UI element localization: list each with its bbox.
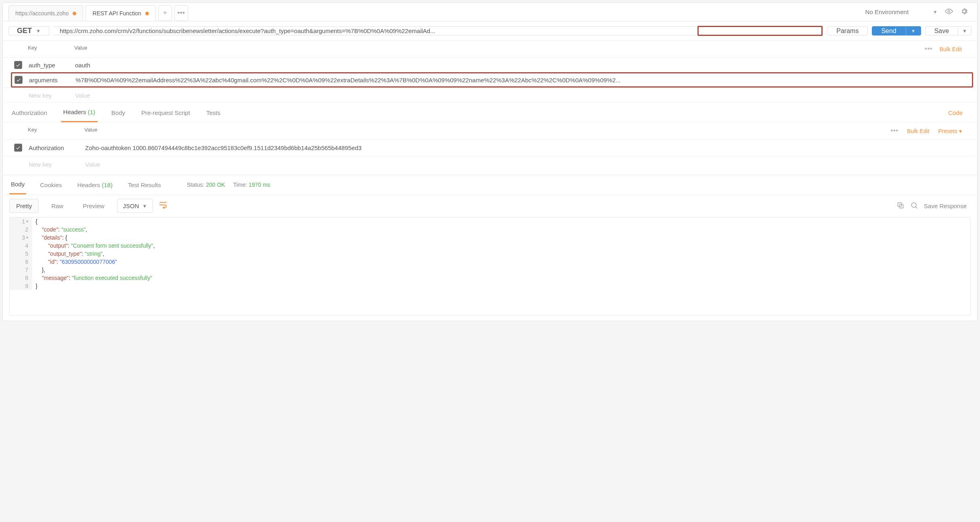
save-button[interactable]: Save [925, 26, 958, 35]
response-status: Status: 200 OK Time: 1970 ms [187, 182, 279, 188]
param-row-new[interactable]: New key Value [3, 88, 977, 102]
format-dropdown[interactable]: JSON ▼ [117, 199, 153, 213]
send-dropdown[interactable]: ▼ [906, 26, 921, 35]
checkbox[interactable] [14, 61, 22, 69]
url-input-wrap [53, 26, 823, 35]
header-key[interactable]: Authorization [29, 144, 85, 151]
code-line: 5 "output_type": "string", [10, 250, 970, 258]
code-line: 4 "output": "Consent form sent successfu… [10, 242, 970, 250]
top-bar: https://accounts.zoho REST API Function … [3, 3, 977, 21]
tab-resp-headers-label: Headers [77, 182, 100, 188]
chevron-down-icon: ▼ [911, 28, 916, 34]
tab-add-button[interactable]: + [158, 5, 172, 21]
chevron-down-icon: ▼ [933, 9, 938, 15]
presets-dropdown[interactable]: Presets ▾ [938, 128, 962, 134]
header-value-placeholder[interactable]: Value [85, 161, 962, 168]
col-value: Value [84, 127, 890, 135]
bulk-edit-link[interactable]: Bulk Edit [940, 46, 962, 52]
presets-label: Presets [938, 128, 957, 134]
code-text: "output_type": "string", [32, 250, 104, 258]
params-button[interactable]: Params [827, 26, 868, 35]
headers-header: Key Value ••• Bulk Edit Presets ▾ [3, 122, 977, 139]
header-value[interactable]: Zoho-oauthtoken 1000.8607494449c8bc1e392… [85, 144, 962, 151]
col-key: Key [28, 45, 74, 53]
svg-point-0 [948, 10, 950, 13]
wrap-icon[interactable] [159, 201, 168, 211]
chevron-down-icon: ▼ [962, 28, 967, 34]
line-number: 1 ▾ [10, 217, 32, 226]
tab-headers-label: Headers [63, 109, 86, 115]
code-text: }, [32, 266, 45, 274]
checkbox[interactable] [14, 144, 22, 152]
tab-tests[interactable]: Tests [204, 104, 223, 122]
code-text: "id": "63095000000077006" [32, 258, 117, 266]
code-line: 2 "code": "success", [10, 226, 970, 234]
header-key-placeholder[interactable]: New key [29, 161, 85, 168]
tab-accounts[interactable]: https://accounts.zoho [8, 5, 83, 21]
param-key[interactable]: arguments [29, 77, 75, 84]
tab-headers-count: (1) [88, 109, 95, 115]
view-raw[interactable]: Raw [44, 199, 70, 213]
code-text: "code": "success", [32, 226, 87, 234]
code-line: 6 "id": "63095000000077006" [10, 258, 970, 266]
bulk-edit-link[interactable]: Bulk Edit [907, 128, 929, 134]
save-response-link[interactable]: Save Response [924, 203, 971, 209]
more-icon[interactable]: ••• [890, 127, 898, 135]
param-key[interactable]: auth_type [29, 62, 75, 69]
svg-line-5 [915, 207, 917, 208]
code-text: "message": "function executed successful… [32, 274, 152, 282]
more-icon[interactable]: ••• [925, 45, 932, 53]
tab-rest-api[interactable]: REST API Function [86, 5, 155, 21]
environment-controls: No Environment ▼ [865, 7, 972, 19]
param-row[interactable]: auth_type oauth [3, 57, 977, 72]
url-bar: GET ▼ Params Send ▼ Save ▼ [3, 21, 977, 40]
tab-test-results[interactable]: Test Results [126, 176, 163, 194]
method-dropdown[interactable]: GET ▼ [8, 26, 49, 35]
code-link[interactable]: Code [948, 109, 971, 116]
param-row-highlighted[interactable]: arguments %7B%0D%0A%09%22emailAddress%22… [11, 72, 973, 88]
url-input[interactable] [53, 27, 823, 35]
view-pretty[interactable]: Pretty [9, 199, 39, 213]
chevron-down-icon: ▼ [142, 203, 147, 209]
eye-icon[interactable] [945, 7, 953, 17]
line-number: 3 ▾ [10, 234, 32, 242]
header-row[interactable]: Authorization Zoho-oauthtoken 1000.86074… [3, 139, 977, 156]
tab-headers[interactable]: Headers (1) [61, 103, 98, 122]
body-toolbar: Pretty Raw Preview JSON ▼ Save Response [3, 194, 977, 217]
environment-dropdown[interactable]: No Environment ▼ [865, 8, 938, 15]
header-row-new[interactable]: New key Value [3, 156, 977, 172]
code-text: "output": "Consent form sent successfull… [32, 242, 155, 250]
send-button[interactable]: Send [872, 26, 905, 35]
tab-more-button[interactable]: ••• [174, 5, 188, 21]
tab-resp-body[interactable]: Body [9, 175, 26, 194]
tab-authorization[interactable]: Authorization [9, 104, 50, 122]
line-number: 8 [10, 274, 32, 282]
tab-resp-headers[interactable]: Headers (18) [75, 176, 114, 194]
save-dropdown[interactable]: ▼ [958, 26, 972, 35]
time-label: Time: [233, 182, 247, 188]
tab-prerequest[interactable]: Pre-request Script [139, 104, 193, 122]
chevron-down-icon: ▼ [36, 28, 41, 34]
tabs-container: https://accounts.zoho REST API Function … [8, 5, 865, 21]
param-value[interactable]: %7B%0D%0A%09%22emailAddress%22%3A%22abc%… [75, 77, 965, 84]
status-label: Status: [187, 182, 205, 188]
tab-body[interactable]: Body [109, 104, 128, 122]
line-number: 9 [10, 282, 32, 290]
params-table: Key Value ••• Bulk Edit auth_type oauth … [3, 40, 977, 102]
search-icon[interactable] [910, 201, 918, 211]
code-line: 8 "message": "function executed successf… [10, 274, 970, 282]
tab-resp-cookies[interactable]: Cookies [38, 176, 63, 194]
param-value[interactable]: oauth [75, 62, 962, 69]
svg-point-4 [911, 203, 916, 207]
view-preview[interactable]: Preview [76, 199, 111, 213]
param-key-placeholder[interactable]: New key [29, 92, 75, 99]
code-text: "details": { [32, 234, 67, 242]
headers-table: Key Value ••• Bulk Edit Presets ▾ Author… [3, 122, 977, 172]
copy-icon[interactable] [896, 201, 905, 211]
line-number: 6 [10, 258, 32, 266]
gear-icon[interactable] [960, 7, 968, 17]
checkbox[interactable] [15, 76, 23, 84]
status-value: 200 OK [206, 182, 225, 188]
param-value-placeholder[interactable]: Value [75, 92, 962, 99]
caret-down-icon: ▾ [959, 128, 962, 134]
